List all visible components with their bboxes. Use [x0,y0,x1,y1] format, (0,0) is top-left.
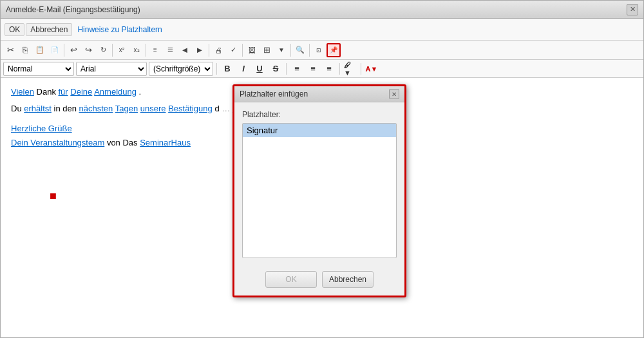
main-window: Anmelde-E-Mail (Eingangsbestätigung) ✕ O… [0,0,644,338]
zoom-icon[interactable]: 🔍 [293,43,307,57]
table-dropdown-icon[interactable]: ▼ [274,43,289,57]
format-sep3 [339,63,340,75]
format-sep1 [216,63,217,75]
font-select[interactable]: Arial [76,62,147,76]
strikethrough-button[interactable]: S [269,62,283,76]
redo-icon[interactable]: ↪ [81,43,95,57]
separator4 [209,44,209,57]
redo2-icon[interactable]: ↻ [96,43,110,57]
paste-icon[interactable]: 📋 [33,43,47,57]
hinweise-link[interactable]: Hinweise zu Platzhaltern [73,24,166,35]
window-close-button[interactable]: ✕ [627,4,638,15]
align-left-button[interactable]: ≡ [290,62,304,76]
print-icon[interactable]: 🖨 [211,43,225,57]
format-sep4 [361,63,361,75]
separator1 [64,44,64,57]
undo-icon[interactable]: ↩ [66,43,80,57]
subscript-icon[interactable]: x₂ [129,43,144,57]
separator2 [112,44,113,57]
separator3 [146,44,146,57]
window-title: Anmelde-E-Mail (Eingangsbestätigung) [6,5,140,14]
align-center-button[interactable]: ≡ [306,62,320,76]
toolbar-row2: ✂ ⎘ 📋 📄 ↩ ↪ ↻ x² x₂ ≡ ☰ ◄ ► 🖨 ✓ 🖼 ⊞ ▼ 🔍 … [1,41,643,60]
image-icon[interactable]: 🖼 [245,43,259,57]
ok-button[interactable]: OK [5,23,24,36]
superscript-icon[interactable]: x² [115,43,129,57]
color-picker-button[interactable]: 🖊▼ [343,62,357,76]
paste-text-icon[interactable]: 📄 [48,43,62,57]
outdent-icon[interactable]: ◄ [178,43,192,57]
indent-icon[interactable]: ► [193,43,207,57]
ol-icon[interactable]: ≡ [148,43,162,57]
abbrechen-button[interactable]: Abbrechen [26,23,72,36]
modal-listbox[interactable]: Signatur [242,123,397,258]
format-sep2 [286,63,287,75]
bold-button[interactable]: B [220,62,234,76]
modal-footer: OK Abbrechen [234,266,404,296]
modal-title-bar: Platzhalter einfügen ✕ [234,86,404,102]
ul-icon[interactable]: ☰ [163,43,177,57]
copy-icon[interactable]: ⎘ [18,43,32,57]
toolbar-row1: OK Abbrechen Hinweise zu Platzhaltern [1,19,643,41]
modal-close-button[interactable]: ✕ [389,89,399,99]
table-icon[interactable]: ⊞ [260,43,274,57]
source-icon[interactable]: ⊡ [312,43,326,57]
font-color-button[interactable]: A▼ [365,62,379,76]
listbox-item-signatur[interactable]: Signatur [243,124,396,137]
modal-dialog: Platzhalter einfügen ✕ Platzhalter: Sign… [232,84,406,297]
size-select[interactable]: (Schriftgröße) [149,62,213,76]
title-bar: Anmelde-E-Mail (Eingangsbestätigung) ✕ [1,1,643,19]
spell-icon[interactable]: ✓ [226,43,240,57]
separator5 [242,44,243,57]
modal-overlay: Platzhalter einfügen ✕ Platzhalter: Sign… [1,78,643,337]
toolbar-row3: Normal Arial (Schriftgröße) B I U S ≡ ≡ … [1,60,643,78]
separator6 [290,44,291,57]
modal-cancel-button[interactable]: Abbrechen [322,271,374,288]
modal-ok-button[interactable]: OK [265,271,317,288]
align-right-button[interactable]: ≡ [322,62,336,76]
style-select[interactable]: Normal [3,62,74,76]
italic-button[interactable]: I [236,62,251,76]
underline-button[interactable]: U [252,62,267,76]
modal-title: Platzhalter einfügen [240,89,308,99]
content-area: Vielen Dank für Deine Anmeldung . Du erh… [1,78,643,337]
cut-icon[interactable]: ✂ [3,43,17,57]
separator7 [309,44,310,57]
modal-list-label: Platzhalter: [242,110,397,119]
modal-body: Platzhalter: Signatur [234,102,404,266]
placeholder-icon[interactable]: 📌 [327,43,341,57]
